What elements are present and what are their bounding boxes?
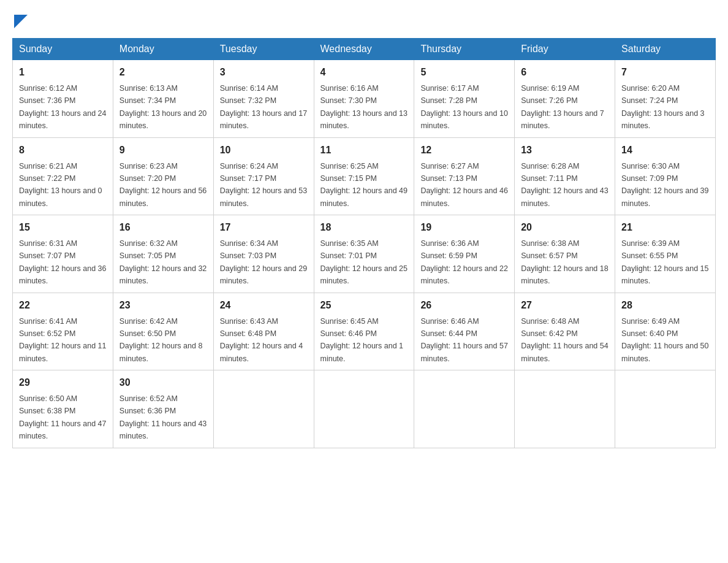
day-info: Sunrise: 6:23 AMSunset: 7:20 PMDaylight:… — [119, 162, 207, 208]
calendar-cell: 26Sunrise: 6:46 AMSunset: 6:44 PMDayligh… — [414, 293, 515, 370]
day-info: Sunrise: 6:24 AMSunset: 7:17 PMDaylight:… — [220, 162, 307, 208]
day-number: 24 — [220, 298, 308, 313]
calendar-cell: 5Sunrise: 6:17 AMSunset: 7:28 PMDaylight… — [414, 60, 515, 138]
day-number: 6 — [521, 65, 609, 80]
calendar-week-row: 8Sunrise: 6:21 AMSunset: 7:22 PMDaylight… — [13, 137, 716, 215]
calendar-cell: 23Sunrise: 6:42 AMSunset: 6:50 PMDayligh… — [113, 293, 213, 370]
calendar-cell — [414, 370, 515, 448]
calendar-header-row: SundayMondayTuesdayWednesdayThursdayFrid… — [13, 39, 716, 60]
day-info: Sunrise: 6:32 AMSunset: 7:05 PMDaylight:… — [119, 239, 207, 285]
day-info: Sunrise: 6:45 AMSunset: 6:46 PMDaylight:… — [320, 317, 404, 363]
day-number: 26 — [420, 298, 508, 313]
day-number: 16 — [119, 220, 207, 235]
day-number: 3 — [220, 65, 308, 80]
calendar-cell: 28Sunrise: 6:49 AMSunset: 6:40 PMDayligh… — [615, 293, 716, 370]
day-number: 10 — [220, 143, 308, 158]
calendar-day-header: Thursday — [414, 39, 515, 60]
day-info: Sunrise: 6:25 AMSunset: 7:15 PMDaylight:… — [320, 162, 408, 208]
day-number: 11 — [320, 143, 408, 158]
calendar-table: SundayMondayTuesdayWednesdayThursdayFrid… — [12, 38, 716, 448]
day-info: Sunrise: 6:42 AMSunset: 6:50 PMDaylight:… — [119, 317, 203, 363]
calendar-cell: 4Sunrise: 6:16 AMSunset: 7:30 PMDaylight… — [314, 60, 414, 138]
calendar-cell: 29Sunrise: 6:50 AMSunset: 6:38 PMDayligh… — [13, 370, 113, 448]
day-number: 9 — [119, 143, 207, 158]
calendar-cell — [515, 370, 615, 448]
day-info: Sunrise: 6:21 AMSunset: 7:22 PMDaylight:… — [19, 162, 102, 208]
day-number: 29 — [19, 375, 107, 390]
day-info: Sunrise: 6:41 AMSunset: 6:52 PMDaylight:… — [19, 317, 106, 363]
day-number: 21 — [621, 220, 709, 235]
day-info: Sunrise: 6:38 AMSunset: 6:57 PMDaylight:… — [521, 239, 608, 285]
day-info: Sunrise: 6:20 AMSunset: 7:24 PMDaylight:… — [621, 84, 705, 130]
day-info: Sunrise: 6:35 AMSunset: 7:01 PMDaylight:… — [320, 239, 408, 285]
calendar-cell: 17Sunrise: 6:34 AMSunset: 7:03 PMDayligh… — [213, 215, 314, 293]
calendar-cell: 27Sunrise: 6:48 AMSunset: 6:42 PMDayligh… — [515, 293, 615, 370]
logo-arrow-icon — [14, 15, 28, 28]
calendar-day-header: Monday — [113, 39, 213, 60]
day-info: Sunrise: 6:14 AMSunset: 7:32 PMDaylight:… — [220, 84, 307, 130]
page-header — [12, 12, 716, 26]
day-number: 14 — [621, 143, 709, 158]
day-info: Sunrise: 6:48 AMSunset: 6:42 PMDaylight:… — [521, 317, 608, 363]
day-info: Sunrise: 6:30 AMSunset: 7:09 PMDaylight:… — [621, 162, 708, 208]
day-number: 5 — [420, 65, 508, 80]
day-info: Sunrise: 6:52 AMSunset: 6:36 PMDaylight:… — [119, 394, 207, 440]
day-info: Sunrise: 6:36 AMSunset: 6:59 PMDaylight:… — [420, 239, 507, 285]
day-info: Sunrise: 6:43 AMSunset: 6:48 PMDaylight:… — [220, 317, 303, 363]
calendar-cell: 22Sunrise: 6:41 AMSunset: 6:52 PMDayligh… — [13, 293, 113, 370]
day-number: 2 — [119, 65, 207, 80]
day-number: 20 — [521, 220, 609, 235]
calendar-cell: 11Sunrise: 6:25 AMSunset: 7:15 PMDayligh… — [314, 137, 414, 215]
day-info: Sunrise: 6:27 AMSunset: 7:13 PMDaylight:… — [420, 162, 507, 208]
day-number: 25 — [320, 298, 408, 313]
calendar-cell: 25Sunrise: 6:45 AMSunset: 6:46 PMDayligh… — [314, 293, 414, 370]
day-info: Sunrise: 6:39 AMSunset: 6:55 PMDaylight:… — [621, 239, 708, 285]
day-info: Sunrise: 6:31 AMSunset: 7:07 PMDaylight:… — [19, 239, 106, 285]
calendar-day-header: Saturday — [615, 39, 716, 60]
calendar-cell: 30Sunrise: 6:52 AMSunset: 6:36 PMDayligh… — [113, 370, 213, 448]
calendar-cell — [213, 370, 314, 448]
calendar-week-row: 1Sunrise: 6:12 AMSunset: 7:36 PMDaylight… — [13, 60, 716, 138]
day-number: 8 — [19, 143, 107, 158]
day-number: 15 — [19, 220, 107, 235]
day-info: Sunrise: 6:16 AMSunset: 7:30 PMDaylight:… — [320, 84, 408, 130]
day-number: 7 — [621, 65, 709, 80]
calendar-week-row: 15Sunrise: 6:31 AMSunset: 7:07 PMDayligh… — [13, 215, 716, 293]
calendar-cell — [314, 370, 414, 448]
calendar-cell: 15Sunrise: 6:31 AMSunset: 7:07 PMDayligh… — [13, 215, 113, 293]
day-info: Sunrise: 6:46 AMSunset: 6:44 PMDaylight:… — [420, 317, 507, 363]
calendar-cell: 3Sunrise: 6:14 AMSunset: 7:32 PMDaylight… — [213, 60, 314, 138]
day-number: 17 — [220, 220, 308, 235]
calendar-cell: 1Sunrise: 6:12 AMSunset: 7:36 PMDaylight… — [13, 60, 113, 138]
day-number: 27 — [521, 298, 609, 313]
day-number: 4 — [320, 65, 408, 80]
day-number: 18 — [320, 220, 408, 235]
calendar-cell: 18Sunrise: 6:35 AMSunset: 7:01 PMDayligh… — [314, 215, 414, 293]
logo — [12, 12, 28, 26]
day-info: Sunrise: 6:13 AMSunset: 7:34 PMDaylight:… — [119, 84, 207, 130]
calendar-cell: 8Sunrise: 6:21 AMSunset: 7:22 PMDaylight… — [13, 137, 113, 215]
day-info: Sunrise: 6:19 AMSunset: 7:26 PMDaylight:… — [521, 84, 604, 130]
day-info: Sunrise: 6:34 AMSunset: 7:03 PMDaylight:… — [220, 239, 307, 285]
day-number: 12 — [420, 143, 508, 158]
calendar-cell: 24Sunrise: 6:43 AMSunset: 6:48 PMDayligh… — [213, 293, 314, 370]
calendar-day-header: Tuesday — [213, 39, 314, 60]
day-number: 28 — [621, 298, 709, 313]
day-number: 22 — [19, 298, 107, 313]
day-info: Sunrise: 6:17 AMSunset: 7:28 PMDaylight:… — [420, 84, 507, 130]
calendar-cell: 6Sunrise: 6:19 AMSunset: 7:26 PMDaylight… — [515, 60, 615, 138]
day-number: 30 — [119, 375, 207, 390]
calendar-cell — [615, 370, 716, 448]
calendar-day-header: Wednesday — [314, 39, 414, 60]
day-info: Sunrise: 6:50 AMSunset: 6:38 PMDaylight:… — [19, 394, 106, 440]
calendar-cell: 10Sunrise: 6:24 AMSunset: 7:17 PMDayligh… — [213, 137, 314, 215]
day-number: 19 — [420, 220, 508, 235]
day-number: 13 — [521, 143, 609, 158]
calendar-day-header: Sunday — [13, 39, 113, 60]
calendar-cell: 19Sunrise: 6:36 AMSunset: 6:59 PMDayligh… — [414, 215, 515, 293]
day-info: Sunrise: 6:49 AMSunset: 6:40 PMDaylight:… — [621, 317, 708, 363]
day-info: Sunrise: 6:28 AMSunset: 7:11 PMDaylight:… — [521, 162, 608, 208]
calendar-week-row: 29Sunrise: 6:50 AMSunset: 6:38 PMDayligh… — [13, 370, 716, 448]
calendar-cell: 14Sunrise: 6:30 AMSunset: 7:09 PMDayligh… — [615, 137, 716, 215]
day-number: 23 — [119, 298, 207, 313]
